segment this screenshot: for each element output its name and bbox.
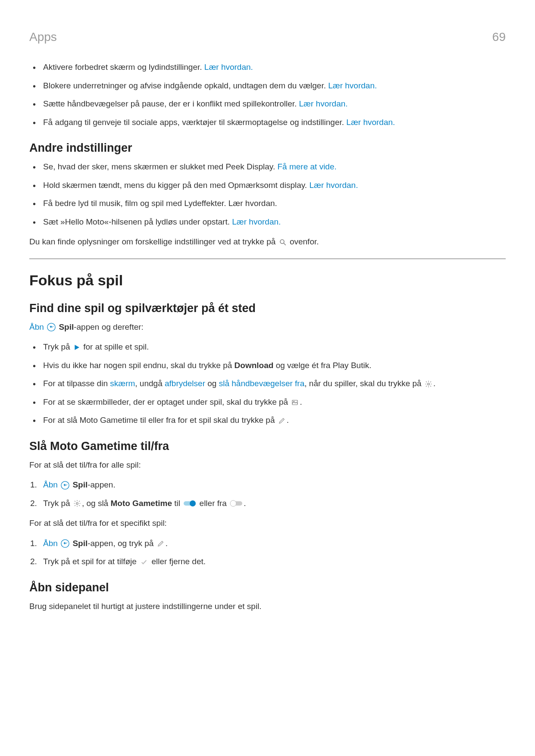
list-text: Hold skærmen tændt, mens du kigger på de…: [43, 181, 309, 190]
t: For at tilpasse din: [43, 379, 110, 388]
t: for at spille et spil.: [83, 342, 149, 351]
toggle-on-icon: [183, 500, 196, 507]
section-divider: [29, 259, 506, 259]
page-number: 69: [492, 30, 506, 44]
t: Tryk på: [43, 342, 72, 351]
learn-how-link[interactable]: Lær hvordan.: [204, 62, 253, 72]
find-games-bullets: Tryk på for at spille et spil. Hvis du i…: [29, 341, 506, 427]
t: -appen, og tryk på: [88, 539, 156, 548]
sidepanel-text: Brug sidepanelet til hurtigt at justere …: [29, 600, 506, 613]
svg-point-4: [428, 383, 430, 385]
section-label: Apps: [29, 30, 57, 44]
gestures-off-link[interactable]: slå håndbevægelser fra: [219, 379, 305, 388]
intro-post: -appen og derefter:: [74, 322, 144, 331]
list-text: Få bedre lyd til musik, film og spil med…: [43, 199, 277, 208]
toggle-steps-specific: Åbn Spil-appen, og tryk på . Tryk på et …: [29, 537, 506, 568]
open-link[interactable]: Åbn: [43, 539, 58, 548]
toggle-intro: For at slå det til/fra for alle spil:: [29, 459, 506, 472]
heading-gametime-toggle: Slå Moto Gametime til/fra: [29, 440, 506, 453]
list-text: Aktivere forbedret skærm og lydindstilli…: [43, 62, 204, 72]
footer-text-pre: Du kan finde oplysninger om forskellige …: [29, 237, 278, 246]
list-item: Blokere underretninger og afvise indgåen…: [29, 80, 506, 92]
t: , når du spiller, skal du trykke på: [304, 379, 424, 388]
toggle-off-icon: [230, 500, 243, 507]
svg-point-8: [76, 503, 78, 505]
t: Hvis du ikke har nogen spil endnu, skal …: [43, 361, 235, 370]
toggle-intro-specific: For at slå det til/fra for et specifikt …: [29, 517, 506, 530]
list-item: Åbn Spil-appen.: [29, 479, 506, 491]
spil-bold: Spil: [72, 539, 88, 548]
svg-point-6: [294, 401, 294, 402]
search-icon: [279, 238, 287, 246]
list-text: Få adgang til genveje til sociale apps, …: [43, 118, 346, 127]
gear-icon: [425, 380, 432, 388]
list-text: Blokere underretninger og afvise indgåen…: [43, 81, 328, 90]
svg-point-10: [190, 500, 196, 506]
other-settings-footer: Du kan finde oplysninger om forskellige …: [29, 236, 506, 248]
play-icon: [73, 344, 80, 351]
spil-app-icon: [47, 323, 56, 331]
spil-app-icon: [61, 481, 69, 490]
gallery-icon: [291, 398, 299, 406]
learn-how-link[interactable]: Lær hvordan.: [346, 118, 395, 127]
t: -appen.: [88, 480, 115, 489]
svg-line-1: [284, 243, 286, 245]
pencil-icon: [157, 540, 165, 547]
screen-link[interactable]: skærm: [110, 379, 135, 388]
gametime-bold: Moto Gametime: [110, 499, 172, 508]
t: .: [244, 499, 246, 508]
t: , undgå: [135, 379, 165, 388]
gear-icon: [73, 500, 81, 507]
toggle-steps-all: Åbn Spil-appen. Tryk på , og slå Moto Ga…: [29, 479, 506, 509]
list-item: Sætte håndbevægelser på pause, der er i …: [29, 98, 506, 110]
heading-other-settings: Andre indstillinger: [29, 141, 506, 155]
learn-how-link[interactable]: Lær hvordan.: [328, 81, 377, 90]
spil-bold: Spil: [59, 322, 74, 331]
list-item: Tryk på , og slå Moto Gametime til eller…: [29, 497, 506, 510]
t: eller fra: [197, 499, 229, 508]
list-item: Få bedre lyd til musik, film og spil med…: [29, 197, 506, 210]
list-text: Se, hvad der sker, mens skærmen er slukk…: [43, 162, 277, 171]
open-link[interactable]: Åbn: [43, 480, 58, 489]
other-settings-bullets: Se, hvad der sker, mens skærmen er slukk…: [29, 161, 506, 228]
check-icon: [140, 559, 148, 565]
t: og: [205, 379, 219, 388]
t: For at slå Moto Gametime til eller fra f…: [43, 415, 277, 425]
page-header: Apps 69: [29, 30, 506, 44]
intro-bullets: Aktivere forbedret skærm og lydindstilli…: [29, 61, 506, 128]
footer-text-post: ovenfor.: [290, 237, 319, 246]
t: Tryk på et spil for at tilføje: [43, 557, 139, 566]
heading-focus-games: Fokus på spil: [29, 272, 506, 289]
open-link[interactable]: Åbn: [29, 322, 44, 331]
list-item: Tryk på et spil for at tilføje eller fje…: [29, 556, 506, 568]
learn-how-link[interactable]: Lær hvordan.: [299, 99, 348, 108]
t: og vælge ét fra Play Butik.: [273, 361, 371, 370]
spil-app-icon: [61, 539, 69, 548]
t: eller fjerne det.: [151, 557, 206, 566]
download-bold: Download: [235, 361, 274, 370]
heading-sidepanel: Åbn sidepanel: [29, 581, 506, 594]
list-item: For at tilpasse din skærm, undgå afbryde…: [29, 378, 506, 390]
list-item: Åbn Spil-appen, og tryk på .: [29, 537, 506, 550]
list-text: Sætte håndbevægelser på pause, der er i …: [43, 99, 299, 108]
spil-bold: Spil: [72, 480, 88, 489]
t: Tryk på: [43, 499, 72, 508]
list-item: Hvis du ikke har nogen spil endnu, skal …: [29, 359, 506, 372]
interruptions-link[interactable]: afbrydelser: [165, 379, 205, 388]
find-intro: Åbn Spil-appen og derefter:: [29, 321, 506, 334]
list-item: Sæt »Hello Moto«-hilsenen på lydløs unde…: [29, 216, 506, 228]
svg-point-0: [280, 240, 284, 244]
learn-how-link[interactable]: Lær hvordan.: [309, 181, 358, 190]
list-item: Se, hvad der sker, mens skærmen er slukk…: [29, 161, 506, 173]
svg-point-12: [230, 500, 236, 506]
t: For at se skærmbilleder, der er optaget …: [43, 397, 290, 406]
list-item: Hold skærmen tændt, mens du kigger på de…: [29, 179, 506, 192]
t: til: [172, 499, 182, 508]
t: , og slå: [82, 499, 111, 508]
list-item: Aktivere forbedret skærm og lydindstilli…: [29, 61, 506, 74]
list-item: For at se skærmbilleder, der er optaget …: [29, 396, 506, 409]
list-item: For at slå Moto Gametime til eller fra f…: [29, 414, 506, 427]
learn-how-link[interactable]: Få mere at vide.: [277, 162, 336, 171]
svg-marker-3: [75, 345, 79, 350]
learn-how-link[interactable]: Lær hvordan.: [232, 217, 281, 226]
